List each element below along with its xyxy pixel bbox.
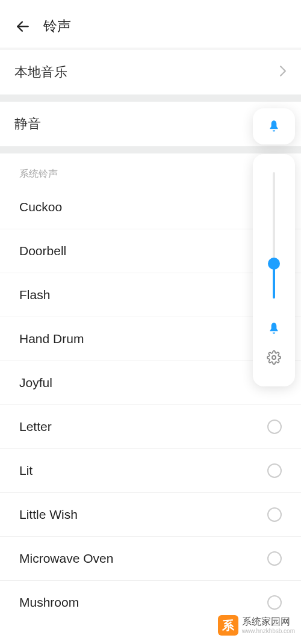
ringtone-item[interactable]: Little Wish <box>0 493 301 537</box>
ringtone-label: Joyful <box>19 376 52 390</box>
volume-slider[interactable] <box>273 172 275 299</box>
watermark-sub: www.hnzkhbsb.com <box>242 628 295 635</box>
volume-slider-panel <box>253 154 295 386</box>
ringer-mode-button[interactable] <box>253 108 295 144</box>
watermark: 系 系统家园网 www.hnzkhbsb.com <box>218 615 295 636</box>
divider <box>0 146 301 153</box>
ringer-icon-button[interactable] <box>266 321 282 339</box>
radio-button[interactable] <box>267 595 282 610</box>
watermark-text: 系统家园网 www.hnzkhbsb.com <box>242 616 295 634</box>
gear-icon <box>267 350 281 365</box>
ringtone-label: Microwave Oven <box>19 551 113 566</box>
ringtone-label: Letter <box>19 420 52 434</box>
radio-button[interactable] <box>267 420 282 434</box>
ringtone-label: Lit <box>19 463 33 478</box>
ringtone-label: Flash <box>19 288 50 302</box>
radio-button[interactable] <box>267 551 282 566</box>
ringtone-label: Hand Drum <box>19 332 84 346</box>
ringtone-item[interactable]: Lit <box>0 449 301 493</box>
page-title: 铃声 <box>43 17 71 36</box>
ringtone-label: Mushroom <box>19 595 79 610</box>
local-music-label: 本地音乐 <box>14 63 67 81</box>
local-music-row[interactable]: 本地音乐 <box>0 50 301 94</box>
ringtone-label: Little Wish <box>19 507 78 522</box>
ringtone-label: Doorbell <box>19 244 66 258</box>
volume-bell-panel-top <box>253 108 295 144</box>
volume-slider-thumb[interactable] <box>268 258 280 270</box>
bell-icon <box>266 321 282 337</box>
ringtone-item[interactable]: Letter <box>0 405 301 449</box>
volume-settings-button[interactable] <box>267 350 281 367</box>
watermark-main: 系统家园网 <box>242 616 295 627</box>
arrow-left-icon <box>15 19 31 34</box>
divider <box>0 94 301 102</box>
radio-button[interactable] <box>267 463 282 478</box>
ringtone-label: Cuckoo <box>19 200 62 214</box>
header: 铃声 <box>0 0 301 48</box>
chevron-right-icon <box>279 66 287 79</box>
ringtone-item[interactable]: Microwave Oven <box>0 537 301 581</box>
watermark-badge: 系 <box>218 615 238 636</box>
bell-icon <box>266 119 282 135</box>
silent-label: 静音 <box>14 116 41 131</box>
radio-button[interactable] <box>267 507 282 522</box>
back-button[interactable] <box>14 18 31 35</box>
svg-point-1 <box>272 356 276 359</box>
volume-slider-fill <box>273 265 275 299</box>
